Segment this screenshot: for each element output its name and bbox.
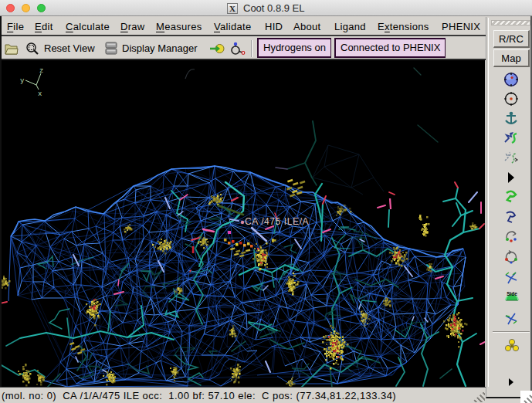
svg-text:CA /475 ILE/A: CA /475 ILE/A — [245, 216, 309, 227]
svg-text:Side: Side — [507, 291, 517, 296]
svg-text:y: y — [20, 77, 25, 85]
svg-text:z: z — [39, 67, 43, 75]
svg-text:x: x — [38, 90, 42, 98]
